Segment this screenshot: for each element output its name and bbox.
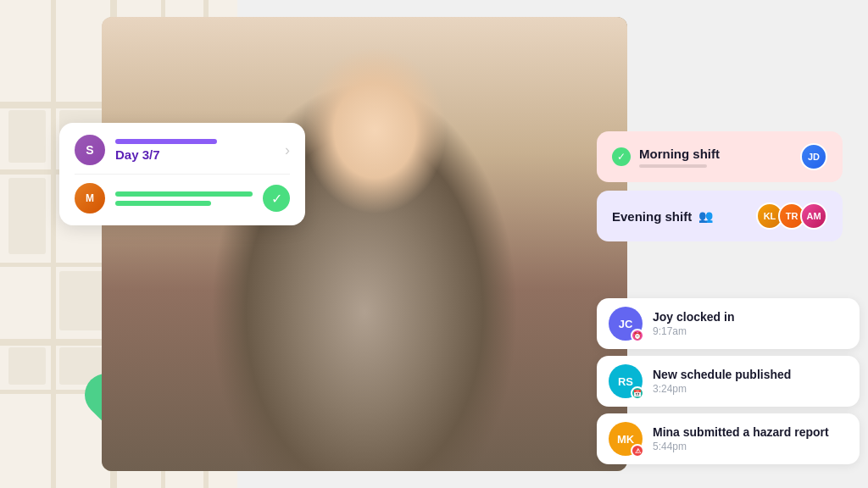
notif-title-1: Joy clocked in bbox=[653, 310, 848, 324]
check-circle-icon: ✓ bbox=[263, 185, 290, 212]
morning-shift-text: Morning shift bbox=[639, 147, 797, 168]
notification-item: MK ⚠ Mina submitted a hazard report 5:44… bbox=[597, 413, 860, 464]
day-progress-bar bbox=[115, 139, 217, 144]
evening-shift-card: Evening shift 👥 KL TR AM bbox=[597, 191, 843, 241]
notif-badge-clock: ⏰ bbox=[631, 329, 644, 342]
shift-avatar-4: AM bbox=[800, 202, 827, 230]
evening-shift-name: Evening shift 👥 bbox=[612, 209, 748, 224]
notif-title-3: Mina submitted a hazard report bbox=[653, 425, 848, 439]
map-road bbox=[51, 0, 56, 488]
evening-shift-label: Evening shift bbox=[612, 209, 692, 224]
main-photo bbox=[102, 17, 627, 471]
task-bar-short bbox=[115, 201, 211, 206]
divider bbox=[75, 174, 290, 175]
morning-shift-card: ✓ Morning shift JD bbox=[597, 131, 843, 182]
notif-time-2: 3:24pm bbox=[653, 383, 848, 395]
notif-avatar-1: JC ⏰ bbox=[609, 307, 643, 341]
notif-content-1: Joy clocked in 9:17am bbox=[653, 310, 848, 337]
task-row: M ✓ bbox=[75, 183, 290, 214]
notif-badge-warning: ⚠ bbox=[631, 444, 644, 458]
notif-avatar-3: MK ⚠ bbox=[609, 422, 643, 456]
evening-shift-avatars: KL TR AM bbox=[756, 202, 827, 230]
avatar-male: M bbox=[75, 183, 105, 214]
notif-time-1: 9:17am bbox=[653, 325, 848, 337]
morning-shift-name: Morning shift bbox=[639, 147, 797, 161]
day-info: Day 3/7 bbox=[115, 139, 275, 162]
people-icon: 👥 bbox=[698, 209, 713, 223]
notification-item: JC ⏰ Joy clocked in 9:17am bbox=[597, 298, 860, 349]
notif-avatar-2: RS 📅 bbox=[609, 364, 643, 398]
shift-avatar-1: JD bbox=[800, 143, 827, 170]
notif-badge-calendar: 📅 bbox=[631, 386, 644, 400]
day-label: Day 3/7 bbox=[115, 147, 275, 162]
day-card: S Day 3/7 › M ✓ bbox=[59, 123, 305, 225]
morning-shift-bar bbox=[639, 164, 707, 168]
day-card-top-row: S Day 3/7 › bbox=[75, 135, 290, 165]
map-block bbox=[59, 271, 103, 330]
notif-time-3: 5:44pm bbox=[653, 441, 848, 452]
morning-shift-check-icon: ✓ bbox=[612, 147, 631, 166]
shifts-area: ✓ Morning shift JD Evening shift 👥 KL TR… bbox=[597, 131, 843, 250]
chevron-right-icon[interactable]: › bbox=[285, 141, 290, 159]
notifications-area: JC ⏰ Joy clocked in 9:17am RS 📅 New sche… bbox=[597, 298, 860, 471]
notif-title-2: New schedule published bbox=[653, 368, 848, 381]
notif-content-3: Mina submitted a hazard report 5:44pm bbox=[653, 425, 848, 452]
task-bars bbox=[115, 191, 253, 206]
notif-content-2: New schedule published 3:24pm bbox=[653, 368, 848, 395]
avatar-female: S bbox=[75, 135, 105, 165]
map-block bbox=[8, 347, 46, 385]
evening-shift-text: Evening shift 👥 bbox=[612, 209, 748, 224]
task-bar-full bbox=[115, 191, 253, 197]
map-block bbox=[8, 110, 46, 163]
notification-item: RS 📅 New schedule published 3:24pm bbox=[597, 356, 860, 407]
map-block bbox=[8, 178, 46, 254]
morning-shift-avatars: JD bbox=[805, 143, 827, 170]
